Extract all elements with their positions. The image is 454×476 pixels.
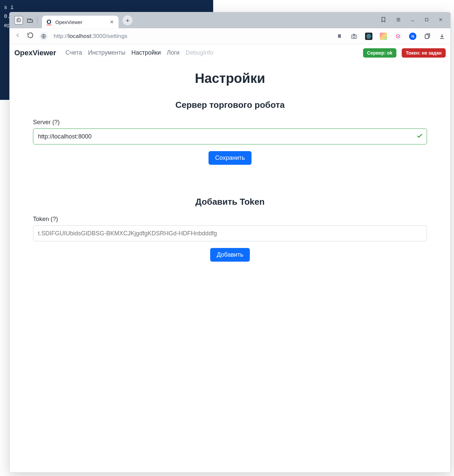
svg-point-13 <box>368 36 369 36</box>
nav-link-accounts[interactable]: Счета <box>66 49 82 56</box>
server-section-heading: Сервер торгового робота <box>33 100 427 110</box>
tabstrip-left-icons: 1 <box>12 13 39 27</box>
bookmark-icon[interactable] <box>336 33 343 40</box>
extension-iq-icon[interactable]: iq <box>409 33 416 40</box>
favicon-icon: O <box>46 19 52 25</box>
add-token-button[interactable]: Добавить <box>210 248 250 262</box>
back-icon[interactable] <box>14 32 21 40</box>
browser-window: 1 O OpexViewer ✕ ＋ <box>9 12 451 473</box>
camera-icon[interactable] <box>350 33 358 40</box>
maximize-icon[interactable] <box>424 17 429 23</box>
nav-link-logs[interactable]: Логи <box>167 49 180 56</box>
extension-iq-label: iq <box>411 34 414 38</box>
token-input[interactable] <box>33 225 427 241</box>
check-icon <box>416 132 423 140</box>
svg-point-15 <box>397 36 399 37</box>
server-input-wrap <box>33 128 427 144</box>
token-section-heading: Добавить Token <box>33 197 427 207</box>
token-field-label: Token (?) <box>33 216 427 223</box>
url-path: :3000/settings <box>91 33 128 39</box>
nav-link-settings[interactable]: Настройки <box>131 49 161 56</box>
new-tab-button[interactable]: ＋ <box>123 15 133 25</box>
server-field-label: Server (?) <box>33 119 427 126</box>
nav-links: Счета Инструменты Настройки Логи DebugIn… <box>66 49 214 56</box>
app-navbar: OpexViewer Счета Инструменты Настройки Л… <box>10 44 450 62</box>
nav-link-debug: DebugInfo <box>186 49 213 56</box>
tab-strip: 1 O OpexViewer ✕ ＋ <box>10 12 450 28</box>
terminal-line: s i <box>4 3 209 12</box>
token-input-wrap <box>33 225 427 241</box>
svg-rect-4 <box>425 18 428 21</box>
bookmark-open-icon[interactable] <box>380 17 386 24</box>
collections-icon[interactable] <box>424 33 431 40</box>
extension-gradient-icon[interactable] <box>380 33 387 40</box>
badge-server-ok: Сервер: ok <box>363 48 396 58</box>
status-badges: Сервер: ok Токен: не задан <box>363 48 446 58</box>
window-controls <box>380 17 448 24</box>
url-host: localhost <box>68 33 91 39</box>
app-brand[interactable]: OpexViewer <box>14 49 56 57</box>
extension-circle-icon[interactable] <box>394 33 402 40</box>
nav-link-instruments[interactable]: Инструменты <box>88 49 125 56</box>
home-badge: 1 <box>17 18 19 22</box>
page-title: Настройки <box>33 71 427 86</box>
minimize-icon[interactable] <box>410 17 415 23</box>
home-icon[interactable]: 1 <box>14 16 23 25</box>
menu-icon[interactable] <box>396 17 401 24</box>
extension-react-icon[interactable] <box>365 33 372 40</box>
url-display[interactable]: http://localhost:3000/settings <box>54 33 128 40</box>
save-server-button[interactable]: Сохранить <box>209 151 251 165</box>
refresh-icon[interactable] <box>27 32 34 40</box>
svg-point-9 <box>353 35 355 38</box>
svg-rect-16 <box>425 35 428 39</box>
server-url-input[interactable] <box>33 128 427 144</box>
page-content: Настройки Сервер торгового робота Server… <box>10 62 450 292</box>
page-viewport: OpexViewer Счета Инструменты Настройки Л… <box>10 44 450 472</box>
tabstrip-divider <box>37 16 37 24</box>
badge-token-missing: Токен: не задан <box>402 48 446 58</box>
url-scheme: http:// <box>54 33 68 39</box>
addressbar-right-icons: iq <box>336 33 446 40</box>
address-bar: http://localhost:3000/settings iq <box>10 28 450 44</box>
tab-active[interactable]: O OpexViewer ✕ <box>42 16 119 28</box>
close-window-icon[interactable] <box>438 17 443 23</box>
folder-open-icon[interactable] <box>26 16 34 25</box>
tab-title: OpexViewer <box>55 19 107 25</box>
close-tab-icon[interactable]: ✕ <box>110 19 114 25</box>
site-identity-icon[interactable] <box>40 32 48 40</box>
download-icon[interactable] <box>438 33 446 40</box>
